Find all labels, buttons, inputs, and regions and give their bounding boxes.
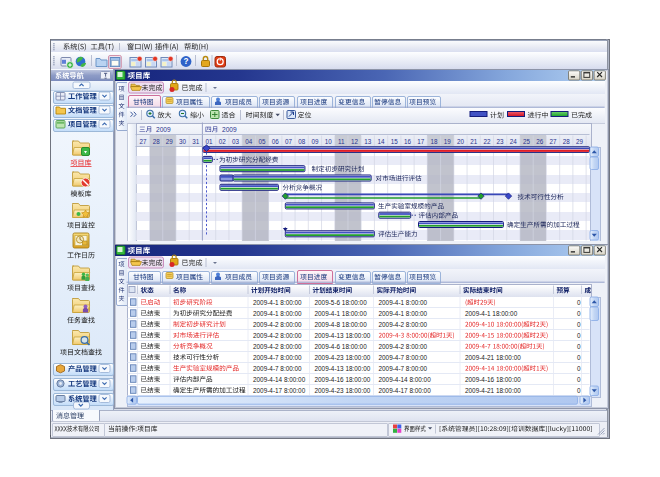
svg-text:28: 28 — [153, 138, 161, 145]
svg-text:2009-4-17 8:00:00: 2009-4-17 8:00:00 — [253, 387, 306, 394]
svg-text:06: 06 — [272, 138, 280, 145]
svg-text:2009-4-6 18:00:00: 2009-4-6 18:00:00 — [315, 343, 368, 350]
svg-text:05: 05 — [258, 138, 266, 145]
svg-text:31: 31 — [192, 138, 200, 145]
svg-text:2009-4-7 8:00:00: 2009-4-7 8:00:00 — [253, 365, 302, 372]
svg-text:2009-4-23 18:00:00: 2009-4-23 18:00:00 — [315, 354, 371, 361]
svg-text:2009-4-16 18:00:00: 2009-4-16 18:00:00 — [465, 376, 521, 383]
svg-text:0: 0 — [577, 332, 581, 339]
svg-text:2009-4-1 8:00:00: 2009-4-1 8:00:00 — [379, 310, 428, 317]
svg-text:0: 0 — [577, 365, 581, 372]
svg-text:2009-4-2 8:00:00: 2009-4-2 8:00:00 — [379, 343, 428, 350]
svg-text:19: 19 — [444, 138, 452, 145]
svg-text:0: 0 — [577, 310, 581, 317]
svg-text:30: 30 — [179, 138, 187, 145]
svg-text:2009-4-8 18:00:00: 2009-4-8 18:00:00 — [315, 321, 368, 328]
svg-text:2009: 2009 — [156, 126, 171, 133]
svg-text:12: 12 — [351, 138, 359, 145]
svg-text:14: 14 — [378, 138, 386, 145]
svg-text:26: 26 — [536, 138, 544, 145]
svg-text:2009: 2009 — [222, 126, 237, 133]
svg-text:18: 18 — [430, 138, 438, 145]
svg-text:09: 09 — [311, 138, 319, 145]
svg-text:25: 25 — [523, 138, 531, 145]
svg-text:0: 0 — [577, 354, 581, 361]
svg-text:11: 11 — [338, 138, 345, 145]
svg-text:2009-5-6 18:00:00: 2009-5-6 18:00:00 — [315, 299, 368, 306]
svg-text:2009-4-23 18:00:00: 2009-4-23 18:00:00 — [315, 387, 371, 394]
svg-text:2009-4-1 18:00:00: 2009-4-1 18:00:00 — [315, 310, 368, 317]
svg-text:29: 29 — [166, 138, 174, 145]
svg-text:?: ? — [183, 57, 188, 66]
svg-text:2009-4-7 8:00:00: 2009-4-7 8:00:00 — [379, 365, 428, 372]
svg-text:0: 0 — [577, 321, 581, 328]
svg-text:2009-4-17 8:00:00: 2009-4-17 8:00:00 — [379, 387, 432, 394]
svg-text:0: 0 — [577, 343, 581, 350]
svg-text:23: 23 — [497, 138, 505, 145]
svg-text:2009-4-13 18:00:00: 2009-4-13 18:00:00 — [315, 365, 371, 372]
svg-text:15: 15 — [391, 138, 399, 145]
svg-text:2009-4-7 8:00:00: 2009-4-7 8:00:00 — [253, 354, 302, 361]
svg-text:2009-4-1 18:00:00: 2009-4-1 18:00:00 — [465, 310, 518, 317]
svg-text:0: 0 — [577, 387, 581, 394]
svg-text:20: 20 — [457, 138, 465, 145]
svg-text:2009-4-1 8:00:00: 2009-4-1 8:00:00 — [253, 310, 302, 317]
svg-text:0: 0 — [577, 376, 581, 383]
svg-text:2009-4-14 8:00:00: 2009-4-14 8:00:00 — [379, 376, 432, 383]
svg-text:08: 08 — [298, 138, 306, 145]
svg-text:07: 07 — [285, 138, 293, 145]
svg-text:10: 10 — [325, 138, 333, 145]
svg-text:27: 27 — [139, 138, 147, 145]
svg-text:24: 24 — [510, 138, 518, 145]
svg-text:13: 13 — [364, 138, 372, 145]
svg-text:2009-4-16 18:00:00: 2009-4-16 18:00:00 — [315, 376, 371, 383]
svg-text:27: 27 — [550, 138, 558, 145]
svg-text:2009-4-2 8:00:00: 2009-4-2 8:00:00 — [253, 332, 302, 339]
svg-text:22: 22 — [483, 138, 491, 145]
svg-text:2009-4-7 8:00:00: 2009-4-7 8:00:00 — [379, 354, 428, 361]
svg-text:2009-4-2 8:00:00: 2009-4-2 8:00:00 — [253, 321, 302, 328]
svg-text:04: 04 — [245, 138, 253, 145]
svg-text:03: 03 — [232, 138, 240, 145]
svg-text:2009-4-1 8:00:00: 2009-4-1 8:00:00 — [253, 299, 302, 306]
svg-text:2009-4-14 8:00:00: 2009-4-14 8:00:00 — [253, 376, 306, 383]
svg-text:2009-4-21 18:00:00: 2009-4-21 18:00:00 — [465, 387, 521, 394]
svg-text:17: 17 — [417, 138, 425, 145]
svg-text:2009-4-2 8:00:00: 2009-4-2 8:00:00 — [253, 343, 302, 350]
svg-text:21: 21 — [470, 138, 478, 145]
svg-text:29: 29 — [576, 138, 584, 145]
svg-text:2009-4-2 8:00:00: 2009-4-2 8:00:00 — [379, 321, 428, 328]
svg-text:0: 0 — [577, 299, 581, 306]
svg-text:02: 02 — [219, 138, 227, 145]
svg-text:28: 28 — [563, 138, 571, 145]
svg-text:16: 16 — [404, 138, 412, 145]
svg-text:2009-4-21 18:00:00: 2009-4-21 18:00:00 — [465, 354, 521, 361]
svg-text:2009-4-13 18:00:00: 2009-4-13 18:00:00 — [315, 332, 371, 339]
svg-text:2009-4-1 8:00:00: 2009-4-1 8:00:00 — [379, 299, 428, 306]
svg-text:01: 01 — [206, 138, 214, 145]
